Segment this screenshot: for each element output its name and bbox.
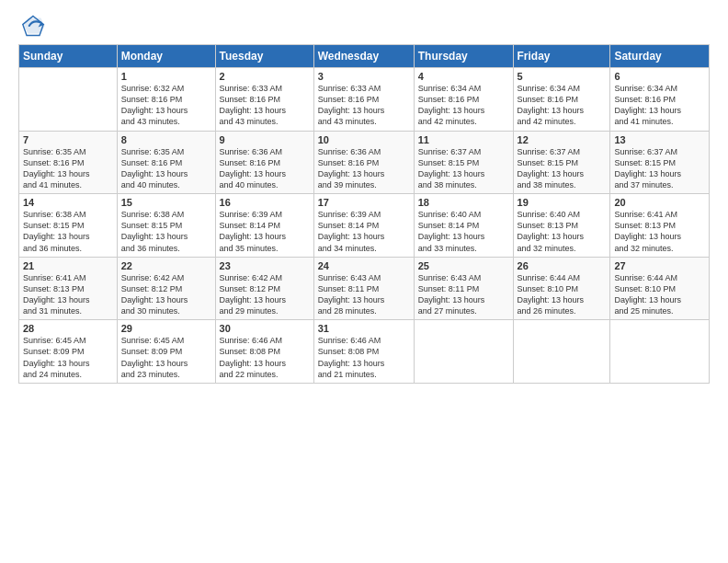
column-header-thursday: Thursday <box>414 45 513 68</box>
calendar-cell <box>414 320 513 384</box>
day-number: 31 <box>318 323 410 334</box>
calendar-cell: 11Sunrise: 6:37 AM Sunset: 8:15 PM Dayli… <box>414 131 513 194</box>
calendar-cell: 3Sunrise: 6:33 AM Sunset: 8:16 PM Daylig… <box>313 68 414 132</box>
day-info: Sunrise: 6:40 AM Sunset: 8:14 PM Dayligh… <box>418 209 509 254</box>
day-info: Sunrise: 6:46 AM Sunset: 8:08 PM Dayligh… <box>318 335 410 380</box>
day-number: 11 <box>418 134 509 145</box>
calendar-cell: 23Sunrise: 6:42 AM Sunset: 8:12 PM Dayli… <box>215 257 313 320</box>
day-info: Sunrise: 6:37 AM Sunset: 8:15 PM Dayligh… <box>614 146 705 191</box>
column-header-saturday: Saturday <box>610 45 710 68</box>
calendar-cell: 12Sunrise: 6:37 AM Sunset: 8:15 PM Dayli… <box>513 131 610 194</box>
day-info: Sunrise: 6:33 AM Sunset: 8:16 PM Dayligh… <box>220 83 310 128</box>
day-number: 24 <box>318 260 410 271</box>
week-row-3: 14Sunrise: 6:38 AM Sunset: 8:15 PM Dayli… <box>19 194 710 258</box>
day-number: 16 <box>220 197 310 208</box>
calendar-cell: 13Sunrise: 6:37 AM Sunset: 8:15 PM Dayli… <box>610 131 710 194</box>
day-number: 7 <box>23 134 113 145</box>
day-number: 27 <box>614 260 705 271</box>
calendar-cell: 28Sunrise: 6:45 AM Sunset: 8:09 PM Dayli… <box>19 320 118 384</box>
calendar-cell: 27Sunrise: 6:44 AM Sunset: 8:10 PM Dayli… <box>610 257 710 320</box>
calendar-cell <box>19 68 118 132</box>
calendar-cell: 18Sunrise: 6:40 AM Sunset: 8:14 PM Dayli… <box>414 194 513 258</box>
day-info: Sunrise: 6:42 AM Sunset: 8:12 PM Dayligh… <box>121 272 211 317</box>
day-number: 26 <box>518 260 607 271</box>
calendar-cell: 21Sunrise: 6:41 AM Sunset: 8:13 PM Dayli… <box>19 257 118 320</box>
calendar-cell: 25Sunrise: 6:43 AM Sunset: 8:11 PM Dayli… <box>414 257 513 320</box>
day-number: 12 <box>518 134 607 145</box>
calendar-cell: 2Sunrise: 6:33 AM Sunset: 8:16 PM Daylig… <box>215 68 313 132</box>
day-number: 21 <box>23 260 113 271</box>
column-header-sunday: Sunday <box>19 45 118 68</box>
calendar-cell: 22Sunrise: 6:42 AM Sunset: 8:12 PM Dayli… <box>117 257 215 320</box>
day-info: Sunrise: 6:46 AM Sunset: 8:08 PM Dayligh… <box>220 335 310 380</box>
calendar-cell: 16Sunrise: 6:39 AM Sunset: 8:14 PM Dayli… <box>215 194 313 258</box>
day-number: 14 <box>23 197 113 208</box>
week-row-2: 7Sunrise: 6:35 AM Sunset: 8:16 PM Daylig… <box>19 131 710 194</box>
day-number: 28 <box>23 323 113 334</box>
calendar-cell: 20Sunrise: 6:41 AM Sunset: 8:13 PM Dayli… <box>610 194 710 258</box>
column-header-tuesday: Tuesday <box>215 45 313 68</box>
calendar-cell: 10Sunrise: 6:36 AM Sunset: 8:16 PM Dayli… <box>313 131 414 194</box>
calendar-cell: 5Sunrise: 6:34 AM Sunset: 8:16 PM Daylig… <box>513 68 610 132</box>
day-info: Sunrise: 6:36 AM Sunset: 8:16 PM Dayligh… <box>318 146 410 191</box>
day-number: 4 <box>418 71 509 82</box>
day-info: Sunrise: 6:34 AM Sunset: 8:16 PM Dayligh… <box>518 83 607 128</box>
day-number: 10 <box>318 134 410 145</box>
day-number: 1 <box>121 71 211 82</box>
logo <box>18 13 46 39</box>
day-number: 22 <box>121 260 211 271</box>
day-number: 29 <box>121 323 211 334</box>
day-info: Sunrise: 6:33 AM Sunset: 8:16 PM Dayligh… <box>318 83 410 128</box>
calendar-cell: 4Sunrise: 6:34 AM Sunset: 8:16 PM Daylig… <box>414 68 513 132</box>
calendar-cell: 9Sunrise: 6:36 AM Sunset: 8:16 PM Daylig… <box>215 131 313 194</box>
day-info: Sunrise: 6:38 AM Sunset: 8:15 PM Dayligh… <box>121 209 211 254</box>
calendar-cell: 30Sunrise: 6:46 AM Sunset: 8:08 PM Dayli… <box>215 320 313 384</box>
header <box>18 9 710 39</box>
day-number: 8 <box>121 134 211 145</box>
day-number: 25 <box>418 260 509 271</box>
day-number: 9 <box>220 134 310 145</box>
day-info: Sunrise: 6:43 AM Sunset: 8:11 PM Dayligh… <box>318 272 410 317</box>
calendar-cell: 6Sunrise: 6:34 AM Sunset: 8:16 PM Daylig… <box>610 68 710 132</box>
day-info: Sunrise: 6:34 AM Sunset: 8:16 PM Dayligh… <box>614 83 705 128</box>
calendar-cell <box>513 320 610 384</box>
day-info: Sunrise: 6:35 AM Sunset: 8:16 PM Dayligh… <box>121 146 211 191</box>
calendar-header-row: SundayMondayTuesdayWednesdayThursdayFrid… <box>19 45 710 68</box>
logo-text-block <box>18 13 46 39</box>
day-number: 13 <box>614 134 705 145</box>
calendar-cell: 14Sunrise: 6:38 AM Sunset: 8:15 PM Dayli… <box>19 194 118 258</box>
day-info: Sunrise: 6:41 AM Sunset: 8:13 PM Dayligh… <box>614 209 705 254</box>
calendar-cell: 31Sunrise: 6:46 AM Sunset: 8:08 PM Dayli… <box>313 320 414 384</box>
day-info: Sunrise: 6:43 AM Sunset: 8:11 PM Dayligh… <box>418 272 509 317</box>
column-header-friday: Friday <box>513 45 610 68</box>
day-info: Sunrise: 6:35 AM Sunset: 8:16 PM Dayligh… <box>23 146 113 191</box>
logo-icon <box>20 13 46 39</box>
day-info: Sunrise: 6:38 AM Sunset: 8:15 PM Dayligh… <box>23 209 113 254</box>
calendar-cell: 24Sunrise: 6:43 AM Sunset: 8:11 PM Dayli… <box>313 257 414 320</box>
day-info: Sunrise: 6:41 AM Sunset: 8:13 PM Dayligh… <box>23 272 113 317</box>
column-header-monday: Monday <box>117 45 215 68</box>
day-number: 2 <box>220 71 310 82</box>
week-row-4: 21Sunrise: 6:41 AM Sunset: 8:13 PM Dayli… <box>19 257 710 320</box>
calendar-cell: 29Sunrise: 6:45 AM Sunset: 8:09 PM Dayli… <box>117 320 215 384</box>
day-info: Sunrise: 6:34 AM Sunset: 8:16 PM Dayligh… <box>418 83 509 128</box>
day-info: Sunrise: 6:42 AM Sunset: 8:12 PM Dayligh… <box>220 272 310 317</box>
page-container: SundayMondayTuesdayWednesdayThursdayFrid… <box>0 0 728 393</box>
calendar-cell: 19Sunrise: 6:40 AM Sunset: 8:13 PM Dayli… <box>513 194 610 258</box>
day-number: 19 <box>518 197 607 208</box>
day-number: 3 <box>318 71 410 82</box>
calendar-cell: 26Sunrise: 6:44 AM Sunset: 8:10 PM Dayli… <box>513 257 610 320</box>
day-number: 15 <box>121 197 211 208</box>
day-info: Sunrise: 6:44 AM Sunset: 8:10 PM Dayligh… <box>518 272 607 317</box>
day-info: Sunrise: 6:32 AM Sunset: 8:16 PM Dayligh… <box>121 83 211 128</box>
day-number: 20 <box>614 197 705 208</box>
day-number: 23 <box>220 260 310 271</box>
calendar-cell <box>610 320 710 384</box>
day-info: Sunrise: 6:45 AM Sunset: 8:09 PM Dayligh… <box>23 335 113 380</box>
day-info: Sunrise: 6:36 AM Sunset: 8:16 PM Dayligh… <box>220 146 310 191</box>
calendar-cell: 15Sunrise: 6:38 AM Sunset: 8:15 PM Dayli… <box>117 194 215 258</box>
week-row-1: 1Sunrise: 6:32 AM Sunset: 8:16 PM Daylig… <box>19 68 710 132</box>
calendar-cell: 7Sunrise: 6:35 AM Sunset: 8:16 PM Daylig… <box>19 131 118 194</box>
calendar-cell: 8Sunrise: 6:35 AM Sunset: 8:16 PM Daylig… <box>117 131 215 194</box>
day-number: 30 <box>220 323 310 334</box>
